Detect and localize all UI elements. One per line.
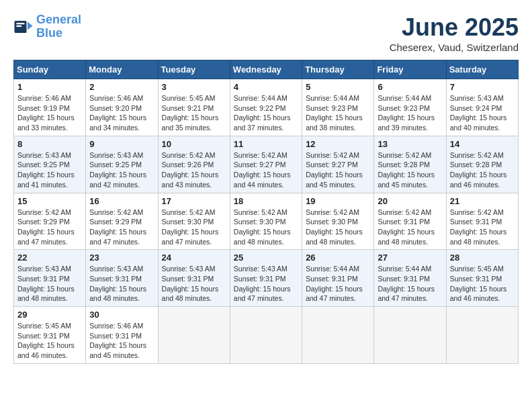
calendar-week-5: 29Sunrise: 5:45 AMSunset: 9:31 PMDayligh… bbox=[14, 307, 519, 364]
day-number: 14 bbox=[450, 139, 515, 149]
calendar-cell: 10Sunrise: 5:42 AMSunset: 9:26 PMDayligh… bbox=[158, 136, 230, 193]
svg-rect-2 bbox=[17, 26, 22, 27]
calendar-cell bbox=[374, 307, 446, 364]
day-info: Sunrise: 5:43 AMSunset: 9:31 PMDaylight:… bbox=[17, 264, 82, 304]
day-info: Sunrise: 5:46 AMSunset: 9:19 PMDaylight:… bbox=[17, 93, 82, 133]
day-info: Sunrise: 5:43 AMSunset: 9:31 PMDaylight:… bbox=[162, 264, 226, 304]
col-header-friday: Friday bbox=[374, 60, 446, 79]
calendar-cell: 4Sunrise: 5:44 AMSunset: 9:22 PMDaylight… bbox=[230, 79, 302, 136]
day-info: Sunrise: 5:45 AMSunset: 9:31 PMDaylight:… bbox=[450, 264, 515, 304]
calendar-cell: 6Sunrise: 5:44 AMSunset: 9:23 PMDaylight… bbox=[374, 79, 446, 136]
day-number: 30 bbox=[89, 310, 154, 320]
day-number: 22 bbox=[17, 253, 82, 263]
calendar: SundayMondayTuesdayWednesdayThursdayFrid… bbox=[13, 60, 519, 364]
day-info: Sunrise: 5:42 AMSunset: 9:29 PMDaylight:… bbox=[17, 208, 82, 247]
day-number: 28 bbox=[450, 253, 515, 263]
day-number: 12 bbox=[306, 139, 370, 149]
month-title: June 2025 bbox=[390, 13, 519, 42]
day-number: 3 bbox=[162, 82, 226, 92]
calendar-cell: 21Sunrise: 5:42 AMSunset: 9:31 PMDayligh… bbox=[446, 193, 518, 250]
title-area: June 2025 Cheserex, Vaud, Switzerland bbox=[390, 13, 519, 53]
day-info: Sunrise: 5:45 AMSunset: 9:31 PMDaylight:… bbox=[17, 321, 82, 361]
location-title: Cheserex, Vaud, Switzerland bbox=[390, 42, 519, 53]
day-info: Sunrise: 5:43 AMSunset: 9:31 PMDaylight:… bbox=[89, 264, 154, 304]
day-info: Sunrise: 5:44 AMSunset: 9:31 PMDaylight:… bbox=[378, 264, 442, 304]
calendar-cell: 13Sunrise: 5:42 AMSunset: 9:28 PMDayligh… bbox=[374, 136, 446, 193]
day-number: 27 bbox=[378, 253, 442, 263]
logo-text-line2: Blue bbox=[36, 27, 81, 40]
day-info: Sunrise: 5:44 AMSunset: 9:22 PMDaylight:… bbox=[234, 93, 298, 133]
day-info: Sunrise: 5:42 AMSunset: 9:26 PMDaylight:… bbox=[162, 150, 226, 190]
day-info: Sunrise: 5:42 AMSunset: 9:27 PMDaylight:… bbox=[234, 150, 298, 190]
calendar-cell: 20Sunrise: 5:42 AMSunset: 9:31 PMDayligh… bbox=[374, 193, 446, 250]
day-info: Sunrise: 5:42 AMSunset: 9:29 PMDaylight:… bbox=[89, 208, 154, 247]
day-number: 25 bbox=[234, 253, 298, 263]
calendar-cell: 5Sunrise: 5:44 AMSunset: 9:23 PMDaylight… bbox=[302, 79, 374, 136]
calendar-week-2: 8Sunrise: 5:43 AMSunset: 9:25 PMDaylight… bbox=[14, 136, 519, 193]
col-header-thursday: Thursday bbox=[302, 60, 374, 79]
day-number: 4 bbox=[234, 82, 298, 92]
calendar-cell: 27Sunrise: 5:44 AMSunset: 9:31 PMDayligh… bbox=[374, 250, 446, 307]
day-info: Sunrise: 5:44 AMSunset: 9:31 PMDaylight:… bbox=[306, 264, 370, 304]
calendar-cell: 16Sunrise: 5:42 AMSunset: 9:29 PMDayligh… bbox=[86, 193, 158, 250]
logo-text-line1: General bbox=[36, 13, 81, 27]
day-number: 15 bbox=[17, 196, 82, 206]
day-info: Sunrise: 5:43 AMSunset: 9:31 PMDaylight:… bbox=[234, 264, 298, 304]
col-header-monday: Monday bbox=[86, 60, 158, 79]
calendar-cell: 22Sunrise: 5:43 AMSunset: 9:31 PMDayligh… bbox=[14, 250, 86, 307]
col-header-sunday: Sunday bbox=[14, 60, 86, 79]
calendar-cell bbox=[446, 307, 518, 364]
day-info: Sunrise: 5:42 AMSunset: 9:31 PMDaylight:… bbox=[378, 208, 442, 247]
calendar-cell: 17Sunrise: 5:42 AMSunset: 9:30 PMDayligh… bbox=[158, 193, 230, 250]
day-number: 16 bbox=[89, 196, 154, 206]
day-info: Sunrise: 5:42 AMSunset: 9:30 PMDaylight:… bbox=[306, 208, 370, 247]
day-number: 11 bbox=[234, 139, 298, 149]
day-number: 20 bbox=[378, 196, 442, 206]
logo: General Blue bbox=[13, 13, 81, 40]
day-info: Sunrise: 5:43 AMSunset: 9:25 PMDaylight:… bbox=[89, 150, 154, 190]
day-number: 1 bbox=[17, 82, 82, 92]
day-info: Sunrise: 5:43 AMSunset: 9:24 PMDaylight:… bbox=[450, 93, 515, 133]
day-number: 8 bbox=[17, 139, 82, 149]
calendar-cell bbox=[302, 307, 374, 364]
calendar-header-row: SundayMondayTuesdayWednesdayThursdayFrid… bbox=[14, 60, 519, 79]
calendar-cell: 25Sunrise: 5:43 AMSunset: 9:31 PMDayligh… bbox=[230, 250, 302, 307]
svg-marker-3 bbox=[28, 21, 33, 30]
day-info: Sunrise: 5:46 AMSunset: 9:20 PMDaylight:… bbox=[89, 93, 154, 133]
svg-rect-1 bbox=[17, 23, 25, 24]
calendar-cell: 7Sunrise: 5:43 AMSunset: 9:24 PMDaylight… bbox=[446, 79, 518, 136]
day-number: 18 bbox=[234, 196, 298, 206]
calendar-cell: 1Sunrise: 5:46 AMSunset: 9:19 PMDaylight… bbox=[14, 79, 86, 136]
day-number: 9 bbox=[89, 139, 154, 149]
logo-icon bbox=[13, 17, 34, 37]
day-number: 10 bbox=[162, 139, 226, 149]
day-number: 2 bbox=[89, 82, 154, 92]
calendar-cell: 14Sunrise: 5:42 AMSunset: 9:28 PMDayligh… bbox=[446, 136, 518, 193]
calendar-week-4: 22Sunrise: 5:43 AMSunset: 9:31 PMDayligh… bbox=[14, 250, 519, 307]
day-info: Sunrise: 5:44 AMSunset: 9:23 PMDaylight:… bbox=[306, 93, 370, 133]
day-number: 29 bbox=[17, 310, 82, 320]
header: General Blue June 2025 Cheserex, Vaud, S… bbox=[13, 13, 519, 53]
day-info: Sunrise: 5:46 AMSunset: 9:31 PMDaylight:… bbox=[89, 321, 154, 361]
calendar-cell: 19Sunrise: 5:42 AMSunset: 9:30 PMDayligh… bbox=[302, 193, 374, 250]
day-info: Sunrise: 5:42 AMSunset: 9:31 PMDaylight:… bbox=[450, 208, 515, 247]
day-number: 13 bbox=[378, 139, 442, 149]
day-number: 6 bbox=[378, 82, 442, 92]
calendar-cell: 8Sunrise: 5:43 AMSunset: 9:25 PMDaylight… bbox=[14, 136, 86, 193]
day-number: 24 bbox=[162, 253, 226, 263]
calendar-cell: 24Sunrise: 5:43 AMSunset: 9:31 PMDayligh… bbox=[158, 250, 230, 307]
day-number: 23 bbox=[89, 253, 154, 263]
day-info: Sunrise: 5:45 AMSunset: 9:21 PMDaylight:… bbox=[162, 93, 226, 133]
calendar-week-3: 15Sunrise: 5:42 AMSunset: 9:29 PMDayligh… bbox=[14, 193, 519, 250]
calendar-week-1: 1Sunrise: 5:46 AMSunset: 9:19 PMDaylight… bbox=[14, 79, 519, 136]
col-header-tuesday: Tuesday bbox=[158, 60, 230, 79]
calendar-cell: 9Sunrise: 5:43 AMSunset: 9:25 PMDaylight… bbox=[86, 136, 158, 193]
calendar-cell: 28Sunrise: 5:45 AMSunset: 9:31 PMDayligh… bbox=[446, 250, 518, 307]
calendar-cell bbox=[230, 307, 302, 364]
calendar-cell: 23Sunrise: 5:43 AMSunset: 9:31 PMDayligh… bbox=[86, 250, 158, 307]
calendar-cell: 12Sunrise: 5:42 AMSunset: 9:27 PMDayligh… bbox=[302, 136, 374, 193]
day-number: 26 bbox=[306, 253, 370, 263]
day-number: 7 bbox=[450, 82, 515, 92]
day-info: Sunrise: 5:42 AMSunset: 9:28 PMDaylight:… bbox=[450, 150, 515, 190]
calendar-cell: 29Sunrise: 5:45 AMSunset: 9:31 PMDayligh… bbox=[14, 307, 86, 364]
